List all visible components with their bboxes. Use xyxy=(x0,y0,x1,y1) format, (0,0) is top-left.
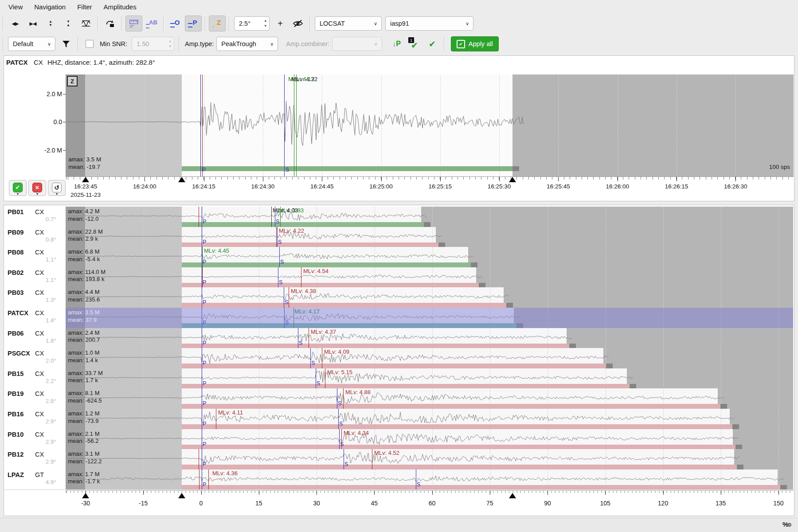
station-row-PB09[interactable]: PB09CX0.8°PSMLv: 4.22amax: 22.8 Mmean: 2… xyxy=(4,227,794,248)
amplitude-marker-red[interactable] xyxy=(208,469,209,490)
s-marker[interactable] xyxy=(344,449,344,469)
p-marker[interactable] xyxy=(202,368,202,389)
vertical-component-button[interactable]: Z ↓ xyxy=(209,16,226,31)
filter-profile-select[interactable]: Default ∨ xyxy=(8,37,55,51)
station-row-PB10[interactable]: PB10CX2.9°PSMLv: 4.34amax: 2.1 Mmean: -5… xyxy=(4,429,794,450)
station-row-PB12[interactable]: PB12CX2.9°PSMLv: 4.52amax: 3.1 Mmean: -1… xyxy=(4,449,794,470)
toolbar-handle[interactable] xyxy=(3,37,4,51)
amp-combiner-select[interactable]: ∨ xyxy=(332,37,382,51)
amplitude-marker-red[interactable] xyxy=(199,449,199,469)
p-marker[interactable] xyxy=(202,227,202,247)
velocity-model-select[interactable]: iasp91 ∨ xyxy=(385,16,473,31)
amplitude-marker-red[interactable] xyxy=(216,409,216,429)
station-row-PATCX[interactable]: PATCXCX1.4°PSMLv: 4.32MLv: 4.17amax: 3.5… xyxy=(4,308,794,329)
amplitude-marker-red[interactable] xyxy=(199,469,200,490)
p-marker[interactable] xyxy=(202,328,202,348)
time-window-handle[interactable] xyxy=(509,177,516,182)
scaling-settings-icon[interactable]: %⚙ xyxy=(782,520,792,528)
station-row-PB02[interactable]: PB02CX1.1°PSMLv: 4.54amax: 114.0 Mmean: … xyxy=(4,267,794,288)
vertical-expand-button[interactable]: ▲▼ xyxy=(42,16,59,31)
p-marker[interactable] xyxy=(202,348,202,368)
amplitude-marker-red[interactable] xyxy=(322,348,322,368)
amplitude-marker-red[interactable] xyxy=(289,287,289,308)
amplitude-marker-red[interactable] xyxy=(309,328,309,348)
menu-filter[interactable]: Filter xyxy=(71,1,98,12)
horizontal-fit-button[interactable]: ▶◀ xyxy=(24,16,41,31)
station-row-LPAZ[interactable]: LPAZGT4.9°PSMLv: 4.36amax: 1.7 Mmean: -1… xyxy=(4,469,794,490)
show-picks-button[interactable]: P xyxy=(185,16,202,31)
time-window-handle[interactable] xyxy=(82,177,89,182)
station-row-PB08[interactable]: PB08CX1.1°PSMLv: 4.45amax: 6.8 Mmean: -5… xyxy=(4,247,794,268)
trace-area[interactable]: PSMLv: 4.54amax: 114.0 Mmean: 193.8 k xyxy=(66,267,793,288)
p-marker[interactable] xyxy=(202,449,202,469)
amplitude-marker-green[interactable] xyxy=(294,74,294,176)
pick-amplitudes-button[interactable]: ↓P xyxy=(388,36,405,52)
amplitude-marker-red[interactable] xyxy=(372,449,372,469)
zoom-lock-button[interactable] xyxy=(102,16,118,31)
time-window-handle[interactable] xyxy=(178,177,185,182)
show-amplitude-ruler-button[interactable] xyxy=(125,16,142,31)
s-marker[interactable] xyxy=(298,328,298,348)
trace-area[interactable]: PSMLv: 4.88amax: 8.1 Mmean: -624.5 xyxy=(66,388,793,409)
apply-all-button[interactable]: ✔ Apply all xyxy=(451,36,499,51)
amplitude-marker-green[interactable] xyxy=(296,74,297,176)
amplitude-marker-red[interactable] xyxy=(325,368,325,389)
trace-area[interactable]: PSMLv: 4.37amax: 2.4 Mmean: 200.7 xyxy=(66,328,793,348)
compute-magnitude-button[interactable]: 1 ✔ xyxy=(406,36,423,52)
trace-area[interactable]: PSMLv: 4.52amax: 3.1 Mmean: -122.2 xyxy=(66,449,793,469)
menu-view[interactable]: View xyxy=(3,1,28,12)
trace-area[interactable]: PSMLv: 4.38amax: 4.4 Mmean: 235.6 xyxy=(66,287,793,308)
s-marker[interactable] xyxy=(338,409,339,429)
time-window-handle[interactable] xyxy=(509,493,516,498)
station-row-PB06[interactable]: PB06CX1.8°PSMLv: 4.37amax: 2.4 Mmean: 20… xyxy=(4,328,794,349)
p-marker[interactable] xyxy=(202,207,202,227)
station-row-PB15[interactable]: PB15CX2.2°PSMLv: 5.15amax: 33.7 Mmean: 1… xyxy=(4,368,794,389)
station-row-PB03[interactable]: PB03CX1.3°PSMLv: 4.38amax: 4.4 Mmean: 23… xyxy=(4,287,794,308)
accept-amplitude-button[interactable]: ✔ ▾ xyxy=(9,180,27,196)
toolbar-handle[interactable] xyxy=(3,16,4,31)
min-snr-spinbox[interactable]: 1.50 ▴▾ xyxy=(132,37,174,51)
station-row-PB16[interactable]: PB16CX2.9°PSMLv: 4.11amax: 1.2 Mmean: -7… xyxy=(4,409,794,430)
trace-area[interactable]: PSMLv: 5.15amax: 33.7 Mmean: 1.7 k xyxy=(66,368,793,389)
s-marker[interactable] xyxy=(310,348,311,368)
trace-area[interactable]: PSMLv: 4.45amax: 6.8 Mmean: -5.4 k xyxy=(66,247,793,267)
reject-amplitude-button[interactable]: × ▾ xyxy=(28,180,46,196)
p-marker[interactable] xyxy=(202,388,202,409)
station-row-PSGCX[interactable]: PSGCXCX2.0°PSMLv: 4.09amax: 1.0 Mmean: 1… xyxy=(4,348,794,369)
confirm-button[interactable]: ✔ xyxy=(424,36,441,52)
amplitude-marker-red[interactable] xyxy=(199,207,199,227)
hide-stations-button[interactable] xyxy=(289,16,306,31)
trace-area[interactable]: PSMLv: 4.22amax: 22.8 Mmean: 2.9 k xyxy=(66,227,793,247)
station-row-PB01[interactable]: PB01CX0.7°PSMLv: 3.93MLv: 4.03amax: 4.2 … xyxy=(4,207,794,227)
amplitude-marker-red[interactable] xyxy=(343,388,344,409)
spin-arrows-icon[interactable]: ▴▾ xyxy=(264,18,266,28)
reset-amplitude-button[interactable]: ↺ ▾ xyxy=(48,180,66,196)
show-labels-button[interactable]: AB xyxy=(143,16,160,31)
vertical-compress-button[interactable]: ▼▲ xyxy=(60,16,77,31)
menu-amplitudes[interactable]: Amplitudes xyxy=(98,1,142,12)
s-marker[interactable] xyxy=(316,368,316,389)
add-station-button[interactable]: + xyxy=(272,16,289,31)
pick-marker-black[interactable] xyxy=(271,207,272,227)
show-theoretical-arrivals-button[interactable]: O xyxy=(167,16,184,31)
p-marker[interactable] xyxy=(202,429,202,450)
trace-area[interactable]: PSMLv: 4.11amax: 1.2 Mmean: -73.9 xyxy=(66,409,793,429)
p-marker[interactable] xyxy=(200,74,201,176)
trace-area[interactable]: PSMLv: 4.09amax: 1.0 Mmean: 1.4 k xyxy=(66,348,793,368)
p-marker[interactable] xyxy=(202,469,202,490)
normalize-amplitudes-button[interactable] xyxy=(78,16,94,31)
s-marker[interactable] xyxy=(284,287,284,308)
amplitude-marker-red[interactable] xyxy=(276,227,277,247)
distance-spinbox[interactable]: 2.5° ▴▾ xyxy=(234,16,270,31)
s-marker[interactable] xyxy=(337,388,337,409)
min-snr-checkbox[interactable] xyxy=(86,40,94,48)
menu-navigation[interactable]: Navigation xyxy=(28,1,71,12)
trace-area[interactable]: PSMLv: 4.36amax: 1.7 Mmean: -1.7 k xyxy=(66,469,793,490)
amp-type-select[interactable]: PeakTrough ∨ xyxy=(216,37,278,51)
p-marker[interactable] xyxy=(202,409,202,429)
s-marker[interactable] xyxy=(339,429,340,450)
station-row-PB19[interactable]: PB19CX2.8°PSMLv: 4.88amax: 8.1 Mmean: -6… xyxy=(4,388,794,409)
amplitude-marker-red[interactable] xyxy=(202,74,203,176)
horizontal-expand-button[interactable]: ◀▶ xyxy=(7,16,23,31)
s-marker[interactable] xyxy=(277,227,278,247)
